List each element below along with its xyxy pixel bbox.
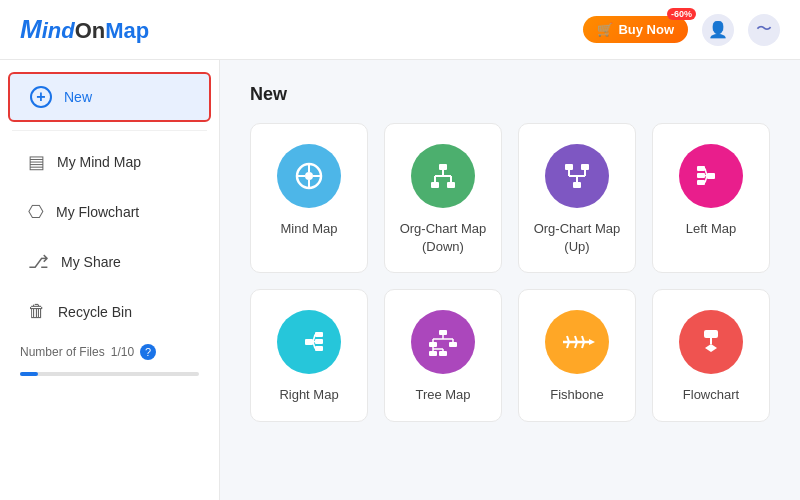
card-icon-left-map bbox=[679, 144, 743, 208]
main-content: New Mind MapOrg-Chart Map (Down)Org-Char… bbox=[220, 60, 800, 500]
svg-rect-36 bbox=[429, 342, 437, 347]
svg-rect-31 bbox=[315, 346, 323, 351]
card-icon-org-chart-up bbox=[545, 144, 609, 208]
svg-rect-14 bbox=[565, 164, 573, 170]
logo-on: On bbox=[75, 18, 106, 43]
file-count-label: Number of Files bbox=[20, 345, 105, 359]
cart-icon: 🛒 bbox=[597, 22, 613, 37]
svg-rect-35 bbox=[439, 330, 447, 335]
card-mind-map[interactable]: Mind Map bbox=[250, 123, 368, 273]
card-icon-flowchart bbox=[679, 310, 743, 374]
sidebar-divider bbox=[12, 130, 207, 131]
buy-now-label: Buy Now bbox=[618, 22, 674, 37]
card-label-org-chart-up: Org-Chart Map (Up) bbox=[529, 220, 625, 256]
card-label-org-chart-down: Org-Chart Map (Down) bbox=[400, 220, 487, 256]
card-icon-fishbone bbox=[545, 310, 609, 374]
sidebar-item-my-flowchart[interactable]: ⎔ My Flowchart bbox=[8, 189, 211, 235]
svg-rect-38 bbox=[429, 351, 437, 356]
help-icon[interactable]: ? bbox=[140, 344, 156, 360]
header-right: 🛒 Buy Now -60% 👤 〜 bbox=[583, 14, 780, 46]
my-mind-map-label: My Mind Map bbox=[57, 154, 141, 170]
svg-rect-24 bbox=[697, 180, 705, 185]
card-left-map[interactable]: Left Map bbox=[652, 123, 770, 273]
svg-rect-7 bbox=[431, 182, 439, 188]
svg-rect-23 bbox=[697, 173, 705, 178]
card-flowchart[interactable]: Flowchart bbox=[652, 289, 770, 421]
card-icon-org-chart-down bbox=[411, 144, 475, 208]
svg-rect-30 bbox=[315, 339, 323, 344]
card-org-chart-up[interactable]: Org-Chart Map (Up) bbox=[518, 123, 636, 273]
trash-icon: 🗑 bbox=[28, 301, 46, 322]
cards-grid: Mind MapOrg-Chart Map (Down)Org-Chart Ma… bbox=[250, 123, 770, 422]
card-org-chart-down[interactable]: Org-Chart Map (Down) bbox=[384, 123, 502, 273]
svg-rect-55 bbox=[704, 330, 718, 338]
my-flowchart-label: My Flowchart bbox=[56, 204, 139, 220]
svg-line-34 bbox=[313, 342, 315, 349]
add-icon: + bbox=[30, 86, 52, 108]
svg-rect-37 bbox=[449, 342, 457, 347]
progress-bar-fill bbox=[20, 372, 38, 376]
card-label-mind-map: Mind Map bbox=[280, 220, 337, 238]
discount-badge: -60% bbox=[667, 8, 696, 20]
sidebar-item-new[interactable]: + New bbox=[8, 72, 211, 122]
sidebar-item-recycle-bin[interactable]: 🗑 Recycle Bin bbox=[8, 289, 211, 334]
sidebar-item-my-mind-map[interactable]: ▤ My Mind Map bbox=[8, 139, 211, 185]
logo: MindOnMap bbox=[20, 14, 149, 45]
header: MindOnMap 🛒 Buy Now -60% 👤 〜 bbox=[0, 0, 800, 60]
card-fishbone[interactable]: Fishbone bbox=[518, 289, 636, 421]
user-icon[interactable]: 👤 bbox=[702, 14, 734, 46]
svg-point-1 bbox=[305, 172, 313, 180]
file-count-value: 1/10 bbox=[111, 345, 134, 359]
svg-marker-54 bbox=[589, 339, 595, 345]
svg-line-27 bbox=[705, 176, 707, 183]
card-label-tree-map: Tree Map bbox=[415, 386, 470, 404]
chart-icon[interactable]: 〜 bbox=[748, 14, 780, 46]
card-label-right-map: Right Map bbox=[279, 386, 338, 404]
layout: + New ▤ My Mind Map ⎔ My Flowchart ⎇ My … bbox=[0, 60, 800, 500]
svg-rect-13 bbox=[573, 182, 581, 188]
logo-ind: ind bbox=[42, 18, 75, 43]
svg-rect-22 bbox=[697, 166, 705, 171]
buy-now-button[interactable]: 🛒 Buy Now -60% bbox=[583, 16, 688, 43]
card-icon-tree-map bbox=[411, 310, 475, 374]
flowchart-icon: ⎔ bbox=[28, 201, 44, 223]
card-label-fishbone: Fishbone bbox=[550, 386, 603, 404]
recycle-bin-label: Recycle Bin bbox=[58, 304, 132, 320]
card-right-map[interactable]: Right Map bbox=[250, 289, 368, 421]
svg-rect-21 bbox=[707, 173, 715, 179]
section-title: New bbox=[250, 84, 770, 105]
card-label-flowchart: Flowchart bbox=[683, 386, 739, 404]
share-icon: ⎇ bbox=[28, 251, 49, 273]
svg-marker-56 bbox=[705, 344, 717, 352]
card-tree-map[interactable]: Tree Map bbox=[384, 289, 502, 421]
new-label: New bbox=[64, 89, 92, 105]
logo-map: Map bbox=[105, 18, 149, 43]
sidebar-item-my-share[interactable]: ⎇ My Share bbox=[8, 239, 211, 285]
svg-rect-15 bbox=[581, 164, 589, 170]
my-share-label: My Share bbox=[61, 254, 121, 270]
svg-rect-8 bbox=[447, 182, 455, 188]
logo-m: M bbox=[20, 14, 42, 44]
svg-rect-39 bbox=[439, 351, 447, 356]
svg-rect-6 bbox=[439, 164, 447, 170]
progress-bar bbox=[0, 368, 219, 384]
sidebar: + New ▤ My Mind Map ⎔ My Flowchart ⎇ My … bbox=[0, 60, 220, 500]
card-icon-mind-map bbox=[277, 144, 341, 208]
card-icon-right-map bbox=[277, 310, 341, 374]
svg-rect-29 bbox=[315, 332, 323, 337]
progress-bar-bg bbox=[20, 372, 199, 376]
file-count: Number of Files 1/10 ? bbox=[0, 336, 219, 368]
card-label-left-map: Left Map bbox=[686, 220, 737, 238]
svg-rect-28 bbox=[305, 339, 313, 345]
mind-map-icon: ▤ bbox=[28, 151, 45, 173]
